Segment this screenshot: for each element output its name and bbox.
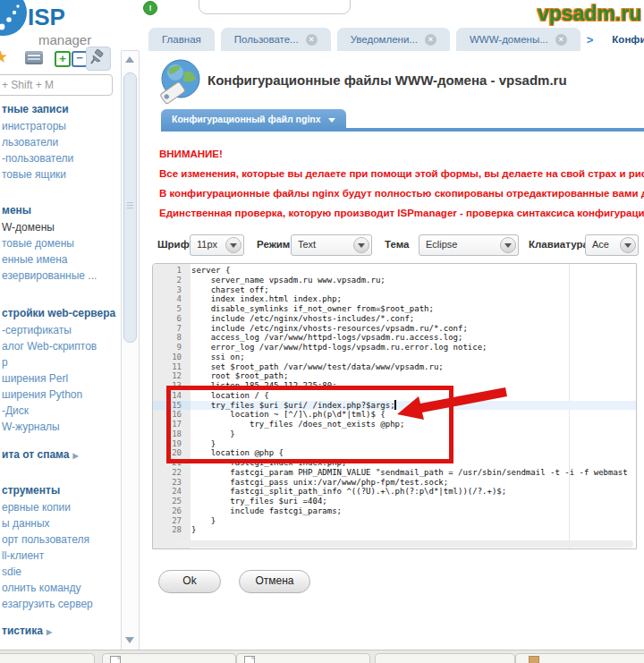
tab-overflow-chevron[interactable]: >: [587, 33, 594, 47]
sidebar-item[interactable]: ширения Python: [2, 387, 120, 403]
gutter-line-number: 9: [153, 343, 191, 353]
code-line[interactable]: fastcgi_param PHP_ADMIN_VALUE "sendmail_…: [191, 468, 636, 478]
sidebar-section: стройки web-сервера-сертификатыалог Web-…: [2, 304, 120, 435]
scrollbar-thumb[interactable]: [123, 72, 137, 343]
cancel-button[interactable]: Отмена: [239, 570, 310, 593]
warning-line: Все изменения, которые вы делаете при по…: [159, 164, 644, 183]
sidebar-item[interactable]: езервированные ...: [2, 268, 120, 284]
scroll-down-icon[interactable]: [125, 637, 134, 643]
sidebar-item[interactable]: W-домены: [2, 219, 120, 235]
close-icon[interactable]: ×: [555, 34, 567, 46]
scroll-up-icon[interactable]: [125, 56, 134, 63]
code-line[interactable]: server_name vpsadm.ru www.vpsadm.ru;: [191, 276, 636, 285]
code-line[interactable]: error_log /var/www/httpd-logs/vpsadm.ru.…: [191, 343, 636, 353]
code-line[interactable]: include /etc/nginx/vhosts-includes/*.con…: [191, 314, 636, 324]
config-file-dropdown-tab[interactable]: Конфигурационный файл nginx: [161, 109, 346, 129]
code-line[interactable]: set $root_path /var/www/test/data/www/vp…: [191, 362, 636, 372]
sidebar-section-header-label: тистика: [2, 625, 43, 637]
sidebar-item[interactable]: sdie: [2, 564, 120, 580]
keyboard-select[interactable]: Ace: [585, 234, 639, 256]
code-line[interactable]: include /etc/nginx/vhosts-resources/vpsa…: [191, 324, 636, 334]
font-value: 11px: [197, 239, 217, 250]
sidebar-item[interactable]: ы данных: [2, 515, 120, 531]
sidebar-item[interactable]: енные имена: [2, 251, 120, 268]
gutter-line-number: 24: [153, 487, 191, 497]
sidebar-scrollbar[interactable]: [121, 50, 140, 651]
font-select[interactable]: 11px: [190, 234, 244, 256]
sidebar-item[interactable]: льзователи: [2, 134, 120, 150]
bottom-panel-cell[interactable]: [375, 653, 515, 663]
code-line[interactable]: access_log /var/www/httpd-logs/vpsadm.ru…: [191, 333, 636, 343]
sidebar-item[interactable]: езагрузить сервер: [2, 596, 120, 612]
close-icon[interactable]: ×: [425, 34, 436, 46]
sidebar-section-header[interactable]: мены: [2, 201, 120, 219]
chevron-down-icon[interactable]: [620, 237, 636, 253]
code-line[interactable]: fastcgi_split_path_info ^((?U).+\.ph(?:p…: [191, 487, 636, 497]
add-button[interactable]: +: [55, 51, 71, 67]
theme-value: Eclipse: [426, 239, 457, 250]
gutter-line-number: 1: [153, 266, 191, 276]
sidebar-section: тные записиинистраторыльзователи-пользов…: [2, 100, 120, 183]
bottom-panel-cell[interactable]: [102, 653, 236, 663]
code-line[interactable]: fastcgi_pass unix:/var/www/php-fpm/test.…: [191, 478, 636, 488]
sidebar-section-header[interactable]: тистика▶: [2, 622, 120, 640]
sidebar-section-header[interactable]: струменты: [2, 481, 120, 499]
code-line[interactable]: disable_symlinks if_not_owner from=$root…: [191, 304, 636, 314]
tab-5[interactable]: Конфигурационны: [598, 28, 644, 51]
tab-4[interactable]: WWW-домены...×: [456, 28, 580, 51]
tab-2[interactable]: Пользовате...×: [221, 28, 331, 51]
ok-button[interactable]: Ok: [158, 570, 221, 593]
code-line[interactable]: try_files $uri =404;: [191, 497, 636, 506]
code-line[interactable]: index index.html index.php;: [191, 294, 636, 304]
close-icon[interactable]: ×: [306, 34, 318, 46]
sidebar-item[interactable]: олнить команду: [2, 580, 120, 596]
sidebar-item[interactable]: -пользователи: [2, 150, 120, 166]
sidebar: ★ + − + Shift + M тные записиинистраторы…: [0, 0, 120, 650]
code-line[interactable]: include fastcgi_params;: [191, 506, 636, 516]
sidebar-section-header[interactable]: стройки web-сервера: [2, 304, 120, 322]
code-line[interactable]: charset off;: [191, 285, 636, 295]
theme-select[interactable]: Eclipse: [419, 234, 519, 256]
gutter-line-number: 26: [153, 506, 191, 516]
sidebar-item[interactable]: W-журналы: [2, 419, 120, 435]
clipboard-icon[interactable]: [25, 51, 43, 64]
watermark: vpsadm.ru: [538, 2, 641, 26]
annotation-arrow-icon: [385, 376, 514, 425]
code-line[interactable]: ssi on;: [191, 353, 636, 362]
sidebar-item[interactable]: -Диск: [2, 403, 120, 419]
sidebar-section-header-label: тные записи: [2, 103, 69, 115]
code-line[interactable]: }: [191, 516, 636, 526]
chevron-down-icon[interactable]: [353, 237, 369, 253]
sidebar-section-header[interactable]: тные записи: [2, 100, 120, 118]
editor-horizontal-scrollbar[interactable]: [175, 540, 633, 548]
sidebar-item[interactable]: ширения Perl: [2, 370, 120, 387]
code-line[interactable]: server {: [191, 266, 636, 276]
topbar-input-fragment[interactable]: [199, 0, 351, 14]
document-icon: [110, 656, 121, 663]
code-line[interactable]: }: [191, 525, 636, 535]
gutter-line-number: 25: [153, 497, 191, 506]
bottom-panel-cell[interactable]: [236, 653, 370, 663]
sidebar-item[interactable]: p: [2, 354, 120, 370]
config-file-dropdown-label: Конфигурационный файл nginx: [172, 114, 321, 124]
sidebar-item[interactable]: алог Web-скриптов: [2, 338, 120, 354]
chevron-down-icon[interactable]: [500, 237, 516, 253]
tab-1[interactable]: Главная: [148, 28, 215, 51]
warning-line: Единственная проверка, которую производи…: [159, 203, 644, 223]
sidebar-item[interactable]: инистраторы: [2, 118, 120, 134]
chevron-down-icon[interactable]: [225, 237, 242, 253]
tab-3[interactable]: Уведомлени...×: [337, 28, 450, 51]
sidebar-item[interactable]: -сертификаты: [2, 322, 120, 338]
sidebar-item[interactable]: товые домены: [2, 235, 120, 251]
sidebar-item[interactable]: орт пользователя: [2, 531, 120, 548]
sidebar-item[interactable]: ервные копии: [2, 499, 120, 515]
sidebar-item[interactable]: товые ящики: [2, 166, 120, 183]
bottom-panel-cell[interactable]: [0, 653, 95, 663]
page-title: Конфигурационные файлы WWW-домена - vpsa…: [208, 72, 567, 88]
sidebar-item[interactable]: ll-клиент: [2, 548, 120, 564]
mode-select[interactable]: Text: [291, 234, 372, 256]
sidebar-section-header-label: ита от спама: [2, 448, 70, 461]
warning-title: ВНИМАНИЕ!: [159, 144, 644, 164]
sidebar-section-header[interactable]: ита от спама▶: [2, 446, 120, 463]
bottom-panel-cell[interactable]: [515, 653, 644, 663]
